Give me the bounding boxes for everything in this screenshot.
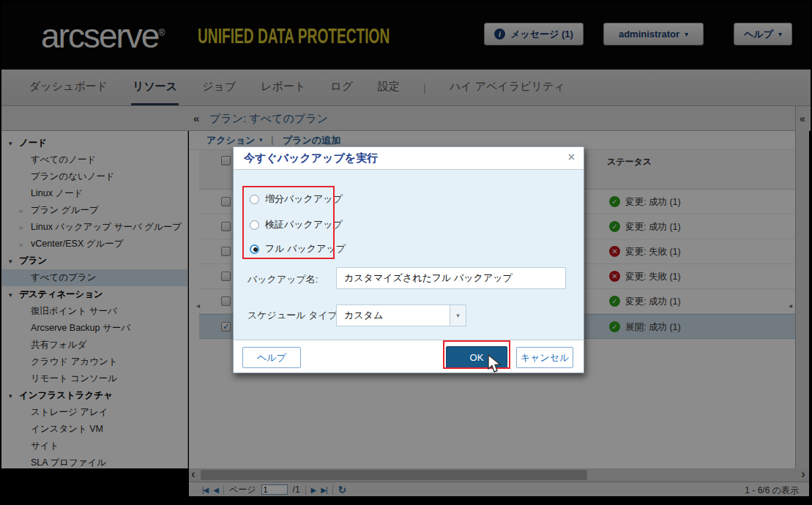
dialog-title: 今すぐバックアップを実行 <box>244 152 378 165</box>
mouse-cursor <box>486 354 504 375</box>
help-button[interactable]: ヘルプ <box>242 347 301 368</box>
schedule-type-combo[interactable]: カスタム ▾ <box>336 304 466 326</box>
annotation-box-radios <box>242 186 335 259</box>
schedule-type-label: スケジュール タイプ <box>247 309 338 322</box>
backup-name-input[interactable] <box>336 267 566 289</box>
run-backup-now-dialog: 今すぐバックアップを実行 × 増分バックアップ 検証バックアップ フル バックア… <box>233 146 584 373</box>
backup-name-label: バックアップ名: <box>247 273 318 286</box>
app-window: arcserve® UNIFIED DATA PROTECTION i メッセー… <box>0 0 812 505</box>
cancel-button[interactable]: キャンセル <box>516 347 573 368</box>
schedule-type-value[interactable]: カスタム <box>336 304 450 326</box>
close-icon[interactable]: × <box>568 151 575 164</box>
dialog-titlebar: 今すぐバックアップを実行 × <box>234 147 584 170</box>
dialog-footer: ヘルプ OK キャンセル <box>234 340 584 373</box>
dialog-body: 増分バックアップ 検証バックアップ フル バックアップ バックアップ名: スケジ… <box>234 170 584 341</box>
dropdown-arrow-icon[interactable]: ▾ <box>450 304 466 326</box>
